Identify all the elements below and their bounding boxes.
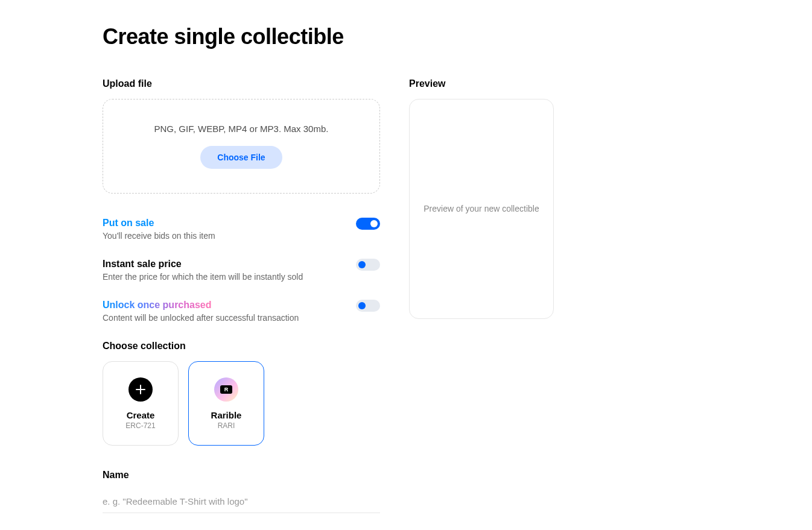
collection-rarible-title: Rarible [211, 410, 242, 420]
plus-icon [128, 377, 153, 402]
unlock-sub: Content will be unlocked after successfu… [103, 313, 344, 323]
form-column: Upload file PNG, GIF, WEBP, MP4 or MP3. … [103, 78, 380, 513]
put-on-sale-title: Put on sale [103, 218, 344, 229]
rarible-badge: R [220, 385, 232, 394]
preview-card: Preview of your new collectible [409, 99, 554, 319]
instant-sale-sub: Enter the price for which the item will … [103, 272, 344, 282]
upload-dropzone[interactable]: PNG, GIF, WEBP, MP4 or MP3. Max 30mb. Ch… [103, 99, 380, 194]
unlock-title: Unlock once purchased [103, 300, 212, 311]
upload-hint: PNG, GIF, WEBP, MP4 or MP3. Max 30mb. [121, 124, 361, 134]
upload-label: Upload file [103, 78, 380, 89]
rarible-icon: R [214, 377, 238, 402]
name-input[interactable] [103, 490, 380, 513]
put-on-sale-row: Put on sale You'll receive bids on this … [103, 218, 380, 241]
collection-create-sub: ERC-721 [125, 421, 155, 430]
instant-sale-toggle[interactable] [356, 259, 380, 271]
page-title: Create single collectible [103, 24, 709, 49]
unlock-toggle[interactable] [356, 300, 380, 312]
name-label: Name [103, 470, 380, 481]
collection-create-card[interactable]: Create ERC-721 [103, 361, 179, 446]
collection-create-title: Create [127, 410, 155, 420]
unlock-row: Unlock once purchased Content will be un… [103, 300, 380, 323]
put-on-sale-toggle[interactable] [356, 218, 380, 230]
instant-sale-title: Instant sale price [103, 259, 344, 270]
collection-rarible-card[interactable]: R Rarible RARI [188, 361, 264, 446]
collection-rarible-sub: RARI [218, 421, 235, 430]
preview-column: Preview Preview of your new collectible [409, 78, 554, 319]
instant-sale-row: Instant sale price Enter the price for w… [103, 259, 380, 282]
preview-text: Preview of your new collectible [423, 203, 539, 215]
put-on-sale-sub: You'll receive bids on this item [103, 231, 344, 241]
preview-label: Preview [409, 78, 554, 89]
collection-label: Choose collection [103, 341, 380, 352]
choose-file-button[interactable]: Choose File [200, 146, 282, 169]
